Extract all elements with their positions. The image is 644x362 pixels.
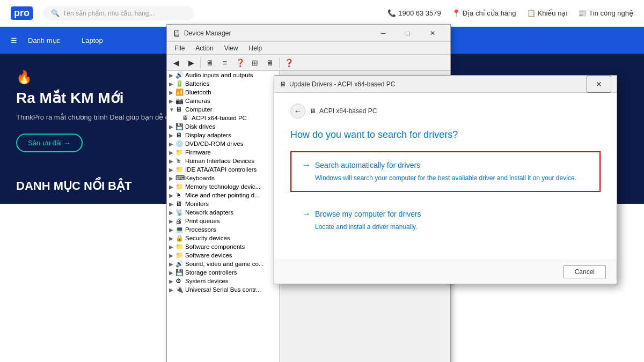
- minimize-button[interactable]: ─: [371, 25, 396, 42]
- tree-label: Processors: [185, 226, 216, 233]
- tree-item-network[interactable]: ▶ 📡 Network adapters: [167, 208, 279, 217]
- properties-button[interactable]: ❓: [233, 56, 247, 69]
- back-row: ← 🖥 ACPI x64-based PC: [290, 104, 601, 119]
- firmware-icon: 📁: [175, 149, 185, 156]
- website-nav: 📞1900 63 3579 📍Địa chỉ cửa hàng 📋Khiếu n…: [387, 9, 633, 17]
- tree-item-software-devices[interactable]: ▶ 📁 Software devices: [167, 251, 279, 260]
- expand-icon: ▶: [169, 193, 175, 198]
- security-icon: 🔒: [175, 234, 185, 242]
- menu-help[interactable]: Help: [245, 43, 267, 53]
- maximize-button[interactable]: □: [396, 25, 420, 42]
- scan-button[interactable]: 🖥: [263, 56, 277, 69]
- tree-item-memory[interactable]: ▶ 📁 Memory technology devic...: [167, 182, 279, 191]
- tree-item-acpi[interactable]: 🖥 ACPI x64-based PC: [167, 114, 279, 122]
- update-drivers-dialog: 🖥 Update Drivers - ACPI x64-based PC ✕ ←…: [274, 75, 617, 284]
- update-drivers-title-row: 🖥 Update Drivers - ACPI x64-based PC: [280, 80, 587, 88]
- expand-icon: ▶: [169, 90, 175, 95]
- tree-item-mice[interactable]: ▶ 🖱 Mice and other pointing d...: [167, 191, 279, 200]
- system-icon: ⚙: [175, 277, 185, 285]
- tree-item-ide[interactable]: ▶ 📁 IDE ATA/ATAPI controllers: [167, 165, 279, 174]
- option1-title-row: → Search automatically for drivers: [302, 160, 589, 170]
- forward-toolbar-button[interactable]: ▶: [184, 56, 198, 69]
- tree-item-audio[interactable]: ▶ 🔊 Audio inputs and outputs: [167, 71, 279, 79]
- hid-icon: 🖱: [175, 157, 185, 165]
- tree-item-bluetooth[interactable]: ▶ 📶 Bluetooth: [167, 88, 279, 97]
- computer-icon: 🖥: [175, 106, 185, 113]
- processors-icon: 💻: [175, 226, 185, 233]
- ide-icon: 📁: [175, 166, 185, 173]
- tree-item-print[interactable]: ▶ 🖨 Print queues: [167, 217, 279, 225]
- tree-label: Monitors: [185, 201, 209, 207]
- tree-item-cameras[interactable]: ▶ 📷 Cameras: [167, 97, 279, 105]
- tree-label: Print queues: [185, 218, 220, 224]
- cancel-button[interactable]: Cancel: [564, 265, 606, 278]
- expand-icon: ▶: [169, 261, 175, 267]
- tree-label: Human Interface Devices: [185, 158, 254, 164]
- expand-icon: ▶: [169, 201, 175, 207]
- list-view-button[interactable]: ≡: [218, 56, 232, 69]
- search-automatically-option[interactable]: → Search automatically for drivers Windo…: [290, 151, 601, 192]
- tree-item-keyboards[interactable]: ▶ ⌨ Keyboards: [167, 174, 279, 182]
- update-drivers-close-button[interactable]: ✕: [587, 76, 611, 93]
- laptop-label: Laptop: [82, 36, 103, 45]
- back-button[interactable]: ←: [290, 104, 305, 119]
- back-toolbar-button[interactable]: ◀: [169, 56, 183, 69]
- print-icon: 🖨: [175, 217, 185, 225]
- menu-action[interactable]: Action: [191, 43, 217, 53]
- close-button[interactable]: ✕: [420, 25, 445, 42]
- diskdrives-icon: 💾: [175, 123, 185, 130]
- banner-button[interactable]: Săn ưu đãi →: [16, 134, 83, 152]
- expand-icon: ▼: [169, 107, 175, 113]
- tree-label: Memory technology devic...: [185, 183, 260, 190]
- network-icon: 📡: [175, 209, 185, 216]
- tree-item-diskdrives[interactable]: ▶ 💾 Disk drives: [167, 122, 279, 131]
- tree-item-usb[interactable]: ▶ 🔌 Universal Serial Bus contr...: [167, 285, 279, 294]
- browse-computer-option[interactable]: → Browse my computer for drivers Locate …: [290, 200, 601, 241]
- help-toolbar-button[interactable]: ❓: [282, 56, 296, 69]
- menu-file[interactable]: File: [170, 43, 189, 53]
- expand-icon: ▶: [169, 270, 175, 276]
- tree-item-monitors[interactable]: ▶ 🖥 Monitors: [167, 200, 279, 208]
- nav-address: 📍Địa chỉ cửa hàng: [452, 9, 516, 17]
- expand-icon: ▶: [169, 253, 175, 258]
- device-manager-toolbar: ◀ ▶ 🖥 ≡ ❓ ⊞ 🖥 ❓: [167, 55, 450, 71]
- expand-icon: ▶: [169, 210, 175, 216]
- update-button[interactable]: ⊞: [248, 56, 262, 69]
- keyboards-icon: ⌨: [175, 174, 185, 182]
- option1-arrow-icon: →: [302, 160, 311, 170]
- update-drivers-title: Update Drivers - ACPI x64-based PC: [289, 80, 395, 88]
- tree-item-firmware[interactable]: ▶ 📁 Firmware: [167, 148, 279, 157]
- tree-label: ACPI x64-based PC: [192, 115, 247, 121]
- tree-item-storage[interactable]: ▶ 💾 Storage controllers: [167, 268, 279, 277]
- computer-view-button[interactable]: 🖥: [203, 56, 217, 69]
- search-icon: 🔍: [51, 9, 60, 17]
- tree-label: Software components: [185, 243, 245, 250]
- tree-item-processors[interactable]: ▶ 💻 Processors: [167, 225, 279, 234]
- tree-item-display[interactable]: ▶ 🖥 Display adapters: [167, 131, 279, 139]
- tree-label: Bluetooth: [185, 89, 211, 95]
- tree-item-software-components[interactable]: ▶ 📁 Software components: [167, 242, 279, 251]
- tree-item-hid[interactable]: ▶ 🖱 Human Interface Devices: [167, 157, 279, 165]
- tree-item-batteries[interactable]: ▶ 🔋 Batteries: [167, 79, 279, 88]
- website-search[interactable]: 🔍 Tên sản phẩm, nhu cầu, hàng...: [43, 6, 194, 20]
- tree-label: System devices: [185, 278, 229, 284]
- device-manager-icon: 🖥: [172, 29, 181, 38]
- nav-complaint: 📋Khiếu nại: [527, 9, 568, 17]
- tree-item-system[interactable]: ▶ ⚙ System devices: [167, 277, 279, 285]
- tree-item-dvd[interactable]: ▶ 💿 DVD/CD-ROM drives: [167, 139, 279, 148]
- expand-icon: ▶: [169, 278, 175, 284]
- tree-item-sound[interactable]: ▶ 🔊 Sound, video and game co...: [167, 260, 279, 268]
- tree-item-security[interactable]: ▶ 🔒 Security devices: [167, 234, 279, 242]
- monitors-icon: 🖥: [175, 200, 185, 208]
- expand-icon: ▶: [169, 218, 175, 224]
- tree-label: IDE ATA/ATAPI controllers: [185, 166, 257, 173]
- expand-icon: ▶: [169, 81, 175, 87]
- expand-icon: ▶: [169, 287, 175, 293]
- website-header: pro 🔍 Tên sản phẩm, nhu cầu, hàng... 📞19…: [0, 0, 644, 27]
- menu-view[interactable]: View: [220, 43, 243, 53]
- device-tree: ▶ 🔊 Audio inputs and outputs ▶ 🔋 Batteri…: [167, 71, 280, 362]
- device-name: ACPI x64-based PC: [319, 107, 377, 115]
- tree-item-computer[interactable]: ▼ 🖥 Computer: [167, 105, 279, 114]
- usb-icon: 🔌: [175, 286, 185, 293]
- option2-arrow-icon: →: [302, 209, 311, 219]
